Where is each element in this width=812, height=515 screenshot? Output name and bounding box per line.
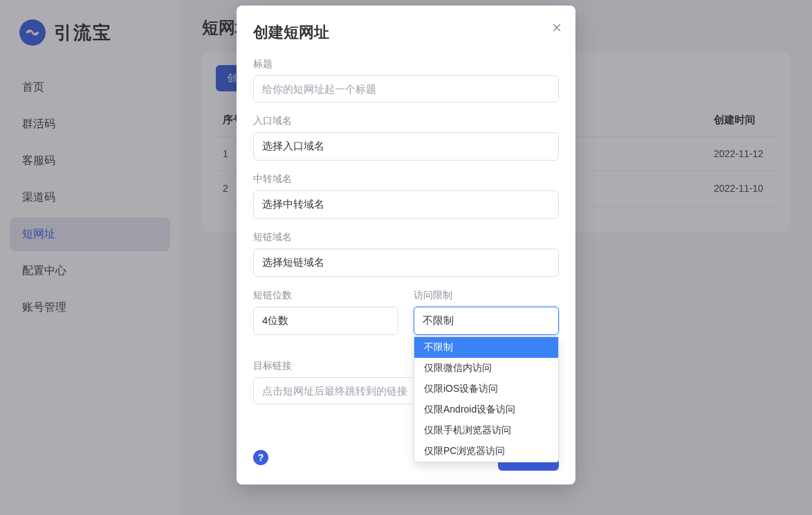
short-domain-select[interactable]: 选择短链域名 <box>253 249 559 277</box>
label-transit-domain: 中转域名 <box>253 173 559 186</box>
label-entry-domain: 入口域名 <box>253 115 559 127</box>
close-icon[interactable]: × <box>552 19 562 36</box>
title-input[interactable] <box>253 75 559 102</box>
access-option[interactable]: 仅限PC浏览器访问 <box>414 441 558 462</box>
label-title: 标题 <box>253 58 559 71</box>
access-limit-select[interactable]: 不限制 <box>414 307 559 335</box>
modal-overlay[interactable]: 创建短网址 × 标题 入口域名 选择入口域名 中转域名 选择中转域名 短链域名 … <box>0 0 812 515</box>
label-short-domain: 短链域名 <box>253 231 559 244</box>
entry-domain-select[interactable]: 选择入口域名 <box>253 132 559 161</box>
label-access-limit: 访问限制 <box>414 289 559 302</box>
access-limit-dropdown: 不限制 仅限微信内访问 仅限iOS设备访问 仅限Android设备访问 仅限手机… <box>414 336 559 462</box>
access-option[interactable]: 仅限手机浏览器访问 <box>414 420 558 441</box>
access-option[interactable]: 不限制 <box>414 337 558 358</box>
create-short-url-modal: 创建短网址 × 标题 入口域名 选择入口域名 中转域名 选择中转域名 短链域名 … <box>237 6 575 485</box>
access-option[interactable]: 仅限Android设备访问 <box>414 399 558 420</box>
modal-title: 创建短网址 <box>253 22 559 43</box>
label-short-digits: 短链位数 <box>253 289 398 302</box>
access-option[interactable]: 仅限微信内访问 <box>414 358 558 379</box>
access-option[interactable]: 仅限iOS设备访问 <box>414 379 558 399</box>
transit-domain-select[interactable]: 选择中转域名 <box>253 190 559 219</box>
help-icon[interactable]: ? <box>253 450 268 465</box>
short-digits-select[interactable]: 4位数 <box>253 307 398 335</box>
